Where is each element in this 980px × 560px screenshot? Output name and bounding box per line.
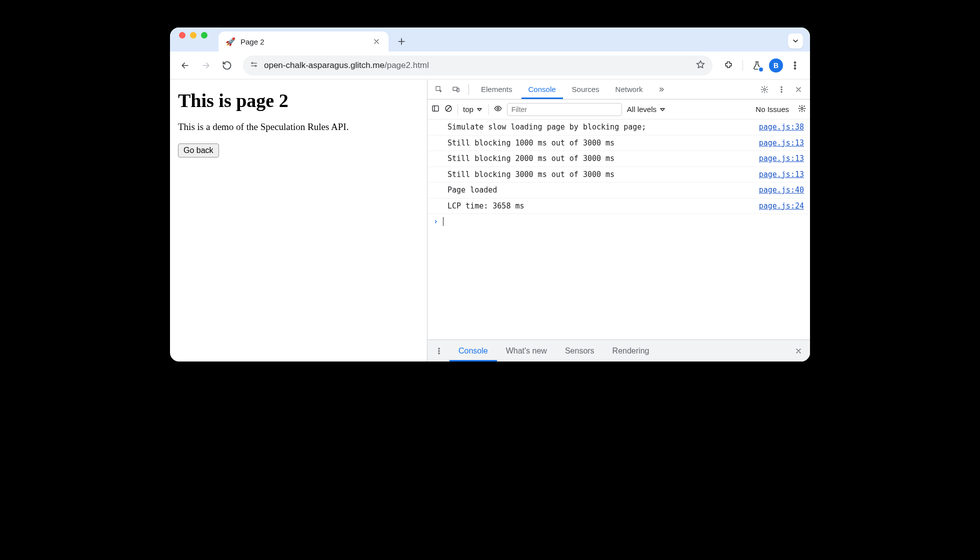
console-toolbar-separator (488, 104, 489, 115)
close-window-button[interactable] (179, 32, 186, 38)
log-source-link[interactable]: page.js:13 (759, 169, 804, 180)
url-host: open-chalk-asparagus.glitch.me (264, 60, 384, 70)
devtools-separator (468, 84, 469, 95)
inspect-element-icon[interactable] (432, 82, 446, 97)
page-viewport: This is page 2 This is a demo of the Spe… (170, 80, 427, 362)
levels-label: All levels (627, 105, 656, 114)
browser-window: 🚀 Page 2 op (170, 28, 810, 362)
drawer-menu-icon[interactable] (432, 344, 446, 358)
log-source-link[interactable]: page.js:38 (759, 122, 804, 133)
tab-console[interactable]: Console (522, 80, 563, 99)
issues-label[interactable]: No Issues (756, 105, 789, 114)
drawer-tab-console[interactable]: Console (450, 340, 497, 362)
log-message: Page loaded (448, 184, 751, 196)
address-bar[interactable]: open-chalk-asparagus.glitch.me/page2.htm… (243, 56, 712, 76)
text-cursor (443, 217, 444, 226)
browser-menu-button[interactable] (786, 56, 804, 74)
svg-point-2 (794, 62, 796, 63)
content-area: This is page 2 This is a demo of the Spe… (170, 80, 810, 362)
page-paragraph: This is a demo of the Speculation Rules … (178, 122, 419, 132)
url-path: /page2.html (384, 60, 429, 70)
page-heading: This is page 2 (178, 90, 419, 112)
log-source-link[interactable]: page.js:13 (759, 153, 804, 164)
svg-point-17 (438, 350, 440, 351)
console-log-row: Still blocking 1000 ms out of 3000 mspag… (428, 136, 810, 152)
reload-button[interactable] (218, 56, 236, 74)
new-tab-button[interactable] (394, 34, 410, 50)
device-toolbar-icon[interactable] (448, 82, 464, 97)
prompt-caret-icon: › (434, 217, 438, 226)
tabs-menu-button[interactable] (788, 34, 803, 48)
browser-toolbar: open-chalk-asparagus.glitch.me/page2.htm… (170, 52, 810, 80)
console-log-row: Still blocking 3000 ms out of 3000 mspag… (428, 167, 810, 183)
svg-point-14 (497, 108, 499, 110)
devtools-close-icon[interactable] (791, 82, 806, 97)
tab-elements[interactable]: Elements (474, 80, 520, 99)
svg-point-10 (781, 88, 782, 90)
devtools-drawer: ConsoleWhat's newSensorsRendering (428, 340, 810, 362)
log-message: LCP time: 3658 ms (448, 200, 751, 212)
svg-point-15 (801, 108, 803, 110)
toolbar-separator (742, 60, 743, 71)
svg-point-9 (781, 86, 782, 88)
back-button[interactable] (176, 56, 194, 74)
context-label: top (463, 105, 474, 114)
bookmark-icon[interactable] (696, 60, 706, 72)
go-back-button[interactable]: Go back (178, 144, 219, 158)
tab-strip: 🚀 Page 2 (170, 28, 810, 52)
svg-point-16 (438, 348, 440, 349)
drawer-close-icon[interactable] (791, 344, 806, 358)
tab-network[interactable]: Network (608, 80, 650, 99)
minimize-window-button[interactable] (190, 32, 196, 38)
profile-avatar[interactable]: B (769, 58, 783, 72)
tab-title: Page 2 (240, 38, 264, 46)
svg-point-8 (764, 88, 766, 90)
console-log-row: LCP time: 3658 mspage.js:24 (428, 198, 810, 214)
favicon-icon: 🚀 (226, 37, 236, 46)
console-prompt[interactable]: › (428, 214, 810, 229)
svg-point-3 (794, 64, 796, 66)
url-text: open-chalk-asparagus.glitch.me/page2.htm… (264, 60, 429, 70)
forward-button[interactable] (197, 56, 215, 74)
traffic-lights (179, 28, 208, 52)
browser-tab[interactable]: 🚀 Page 2 (218, 32, 388, 52)
console-toolbar: top All levels No Issues (428, 100, 810, 120)
console-toolbar-separator (458, 104, 458, 115)
devtools-panel: Elements Console Sources Network (427, 80, 810, 362)
svg-point-11 (781, 91, 782, 92)
devtools-settings-icon[interactable] (757, 82, 772, 97)
extensions-icon[interactable] (720, 56, 738, 74)
avatar-letter: B (774, 62, 778, 70)
site-settings-icon[interactable] (250, 60, 258, 70)
drawer-tab-sensors[interactable]: Sensors (556, 340, 604, 362)
console-log-row: Page loadedpage.js:40 (428, 182, 810, 198)
clear-console-icon[interactable] (444, 104, 452, 114)
console-filter-input[interactable] (507, 103, 622, 116)
log-levels-selector[interactable]: All levels (627, 105, 666, 114)
devtools-menu-icon[interactable] (774, 82, 789, 97)
more-tabs-icon[interactable] (654, 82, 669, 97)
tab-close-button[interactable] (372, 36, 382, 46)
console-sidebar-toggle-icon[interactable] (432, 104, 440, 114)
execution-context-selector[interactable]: top (463, 105, 484, 114)
drawer-tab-what-s-new[interactable]: What's new (497, 340, 556, 362)
log-source-link[interactable]: page.js:24 (759, 200, 804, 212)
svg-point-4 (794, 68, 796, 69)
devtools-tabbar: Elements Console Sources Network (428, 80, 810, 100)
fullscreen-window-button[interactable] (201, 32, 208, 38)
log-message: Still blocking 1000 ms out of 3000 ms (448, 138, 751, 149)
console-log-row: Still blocking 2000 ms out of 3000 mspag… (428, 151, 810, 167)
svg-rect-7 (457, 88, 459, 92)
log-message: Still blocking 3000 ms out of 3000 ms (448, 169, 751, 180)
console-log-row: Simulate slow loading page by blocking p… (428, 120, 810, 136)
console-log-list: Simulate slow loading page by blocking p… (428, 120, 810, 340)
tab-sources[interactable]: Sources (565, 80, 606, 99)
experiments-icon[interactable] (748, 56, 766, 74)
console-settings-icon[interactable] (798, 104, 806, 114)
log-source-link[interactable]: page.js:13 (759, 138, 804, 149)
drawer-tab-rendering[interactable]: Rendering (604, 340, 658, 362)
log-message: Simulate slow loading page by blocking p… (448, 122, 751, 133)
live-expression-icon[interactable] (494, 104, 502, 114)
log-source-link[interactable]: page.js:40 (759, 184, 804, 196)
svg-rect-12 (432, 106, 438, 112)
